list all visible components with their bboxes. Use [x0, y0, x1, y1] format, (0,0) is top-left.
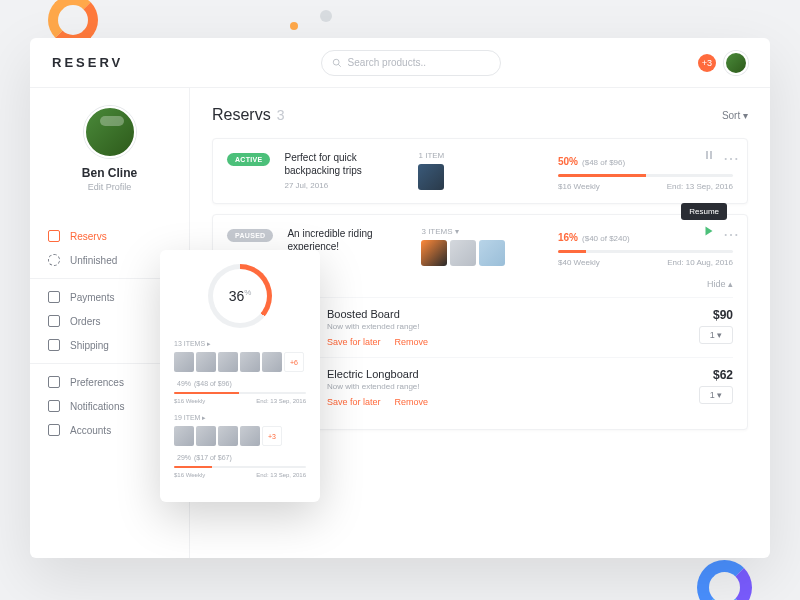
topbar: RESERV Search products.. +3	[30, 38, 770, 88]
search-input[interactable]: Search products..	[321, 50, 501, 76]
save-later-link[interactable]: Save for later	[327, 397, 381, 407]
reserv-date: 27 Jul, 2016	[284, 181, 404, 190]
play-icon[interactable]	[703, 225, 715, 237]
remove-link[interactable]: Remove	[395, 337, 429, 347]
qty-dropdown[interactable]: 1 ▾	[699, 326, 733, 344]
pop-items-label[interactable]: 19 ITEM ▸	[174, 414, 306, 422]
more-icon[interactable]: ⋯	[723, 225, 735, 237]
item-thumb[interactable]	[174, 352, 194, 372]
username: Ben Cline	[45, 166, 174, 180]
pop-pct: 29%($17 of $67)	[174, 452, 306, 462]
page-count: 3	[277, 107, 285, 123]
reservs-icon	[48, 230, 60, 242]
sidebar-item-label: Shipping	[70, 340, 109, 351]
progress-bar	[558, 250, 733, 253]
avatar[interactable]	[84, 106, 136, 158]
logo[interactable]: RESERV	[52, 55, 123, 70]
more-items[interactable]: +6	[284, 352, 304, 372]
pop-items-label[interactable]: 13 ITEMS ▸	[174, 340, 306, 348]
page-title: Reservs	[212, 106, 271, 124]
svg-rect-2	[706, 151, 708, 159]
sidebar-item-label: Notifications	[70, 401, 124, 412]
grid-icon	[48, 424, 60, 436]
decoration-ring	[697, 560, 752, 600]
item-thumb[interactable]	[218, 352, 238, 372]
profile-block: Ben Cline Edit Profile	[30, 106, 189, 210]
product-name[interactable]: Electric Longboard	[327, 368, 699, 380]
progress-sub: ($48 of $96)	[582, 158, 625, 167]
truck-icon	[48, 339, 60, 351]
svg-marker-4	[706, 227, 713, 236]
item-thumb[interactable]	[479, 240, 505, 266]
weekly-label: $16 Weekly	[174, 472, 205, 478]
weekly-label: $16 Weekly	[558, 182, 600, 191]
sidebar-item-label: Preferences	[70, 377, 124, 388]
weekly-label: $40 Weekly	[558, 258, 600, 267]
product-sub: Now with extended range!	[327, 322, 699, 331]
qty-dropdown[interactable]: 1 ▾	[699, 386, 733, 404]
avatar[interactable]	[724, 51, 748, 75]
bell-icon	[48, 400, 60, 412]
item-thumb[interactable]	[421, 240, 447, 266]
status-badge: PAUSED	[227, 229, 273, 242]
item-thumb[interactable]	[418, 164, 444, 190]
product-name[interactable]: Boosted Board	[327, 308, 699, 320]
sidebar-item-reservs[interactable]: Reservs	[30, 224, 189, 248]
item-thumb[interactable]	[240, 426, 260, 446]
product-price: $90	[699, 308, 733, 322]
lock-icon	[48, 376, 60, 388]
item-thumb[interactable]	[262, 352, 282, 372]
item-thumb[interactable]	[174, 426, 194, 446]
progress-bar	[558, 174, 733, 177]
weekly-label: $16 Weekly	[174, 398, 205, 404]
progress-ring: 36%	[208, 264, 272, 328]
progress-bar	[174, 466, 306, 468]
ring-value: 36%	[229, 288, 252, 304]
sidebar-item-label: Unfinished	[70, 255, 117, 266]
progress-pct: 16%	[558, 232, 578, 243]
reserv-title[interactable]: Perfect for quick backpacking trips	[284, 151, 404, 177]
reserv-card: ACTIVE Perfect for quick backpacking tri…	[212, 138, 748, 204]
item-thumb[interactable]	[196, 426, 216, 446]
sidebar-item-label: Payments	[70, 292, 114, 303]
end-label: End: 13 Sep, 2016	[667, 182, 733, 191]
end-label: End: 13 Sep, 2016	[256, 472, 306, 478]
edit-profile-link[interactable]: Edit Profile	[45, 182, 174, 192]
remove-link[interactable]: Remove	[395, 397, 429, 407]
pop-pct: 49%($48 of $96)	[174, 378, 306, 388]
app-window: RESERV Search products.. +3 Ben Cline Ed…	[30, 38, 770, 558]
end-label: End: 10 Aug, 2016	[667, 258, 733, 267]
svg-rect-3	[710, 151, 712, 159]
items-label[interactable]: 3 ITEMS ▾	[421, 227, 505, 236]
decoration-dot	[290, 22, 298, 30]
search-icon	[332, 58, 342, 68]
unfinished-icon	[48, 254, 60, 266]
decoration-dot	[320, 10, 332, 22]
progress-pct: 50%	[558, 156, 578, 167]
status-badge: ACTIVE	[227, 153, 270, 166]
items-label: 1 ITEM	[418, 151, 444, 160]
pause-icon[interactable]	[703, 149, 715, 161]
save-later-link[interactable]: Save for later	[327, 337, 381, 347]
item-thumb[interactable]	[240, 352, 260, 372]
sidebar-item-label: Reservs	[70, 231, 107, 242]
clipboard-icon	[48, 315, 60, 327]
svg-point-0	[333, 59, 339, 65]
more-icon[interactable]: ⋯	[723, 149, 735, 161]
item-thumb[interactable]	[218, 426, 238, 446]
sidebar-item-label: Orders	[70, 316, 101, 327]
end-label: End: 13 Sep, 2016	[256, 398, 306, 404]
product-sub: Now with extended range!	[327, 382, 699, 391]
item-thumb[interactable]	[196, 352, 216, 372]
item-thumb[interactable]	[450, 240, 476, 266]
tooltip: Resume	[681, 203, 727, 220]
search-placeholder: Search products..	[348, 57, 426, 68]
card-icon	[48, 291, 60, 303]
progress-sub: ($40 of $240)	[582, 234, 630, 243]
notification-badge[interactable]: +3	[698, 54, 716, 72]
sort-dropdown[interactable]: Sort ▾	[722, 110, 748, 121]
svg-line-1	[338, 64, 341, 67]
summary-popover: 36% 13 ITEMS ▸ +6 49%($48 of $96) $16 We…	[160, 250, 320, 502]
progress-bar	[174, 392, 306, 394]
more-items[interactable]: +3	[262, 426, 282, 446]
